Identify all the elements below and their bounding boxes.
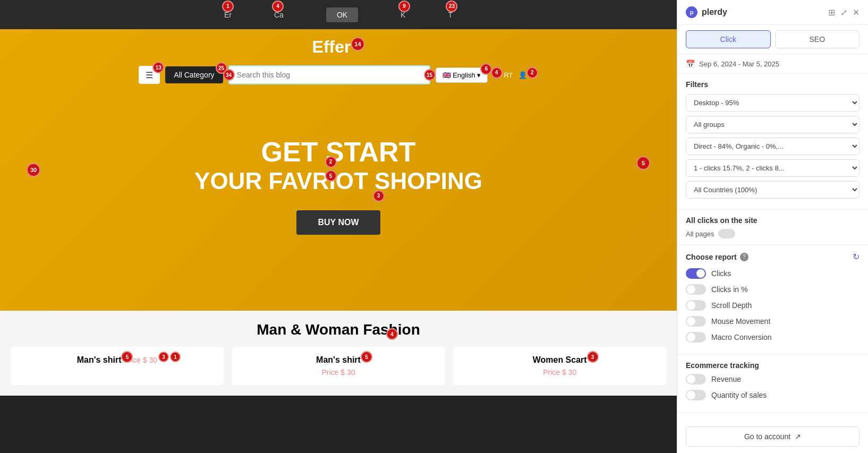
all-clicks-title: All clicks on the site xyxy=(686,216,860,225)
panel-logo: p plerdy xyxy=(686,6,727,18)
main-content: Er 1 Ca 4 OK K 9 T 23 Effer 14 xyxy=(0,0,677,453)
products-title-wrapper: Man & Woman Fashion 4 xyxy=(11,321,666,347)
filters-title: Filters xyxy=(686,80,860,89)
product-card-3[interactable]: Women Scart 3 Price $ 30 xyxy=(453,347,666,385)
ok-button[interactable]: OK xyxy=(326,7,358,22)
report-row-macro: Macro Conversion xyxy=(686,332,860,343)
tab-bar: Click SEO xyxy=(677,25,868,54)
toggle-knob-5 xyxy=(687,333,695,341)
date-range-row[interactable]: 📅 Sep 6, 2024 - Mar 5, 2025 xyxy=(677,54,868,74)
toggle-knob-4 xyxy=(687,317,695,326)
product-3-name: Women Scart xyxy=(533,355,587,365)
product-card-2[interactable]: Man's shirt 5 Price $ 30 xyxy=(232,347,445,385)
grid-icon[interactable]: ⊞ xyxy=(828,7,835,18)
products-section: Man & Woman Fashion 4 Man's shirt 5 Pric… xyxy=(0,311,677,396)
mouse-movement-toggle[interactable] xyxy=(686,316,706,327)
plerdy-logo-text: plerdy xyxy=(702,7,727,17)
hero-center-bubble-1: 2 xyxy=(325,156,337,168)
scroll-depth-label: Scroll Depth xyxy=(711,301,752,310)
close-button[interactable]: ✕ xyxy=(853,7,860,18)
hero-right-bubble: 5 xyxy=(636,156,650,170)
toggle-knob-3 xyxy=(687,301,695,310)
quantity-sales-toggle[interactable] xyxy=(686,390,706,400)
products-title: Man & Woman Fashion xyxy=(11,321,666,338)
product-1-name: Man's shirt xyxy=(77,355,122,365)
macro-conversion-toggle[interactable] xyxy=(686,332,706,343)
countries-filter[interactable]: All Countries (100%) xyxy=(686,181,860,199)
product-2-name-wrapper: Man's shirt 5 xyxy=(316,355,361,368)
toggle-knob-6 xyxy=(687,375,695,383)
go-to-account-button[interactable]: Go to account ↗ xyxy=(686,426,860,447)
filters-section: Filters Desktop - 95% All groups Direct … xyxy=(677,74,868,210)
nav-item-2[interactable]: Ca 4 xyxy=(274,10,284,20)
hero-logo-area: Effer 14 xyxy=(312,37,365,57)
report-row-mouse: Mouse Movement xyxy=(686,316,860,327)
ecommerce-title: Ecommerce tracking xyxy=(686,361,860,370)
traffic-filter[interactable]: Direct - 84%, Organic - 0%,... xyxy=(686,138,860,155)
nav-item-1[interactable]: Er 1 xyxy=(224,10,232,20)
nav-item-3[interactable]: K 9 xyxy=(401,10,405,20)
help-icon[interactable]: ? xyxy=(740,253,748,261)
product-card-1[interactable]: Man's shirt 5 Price $ 30 3 1 xyxy=(11,347,224,385)
panel-footer: Go to account ↗ xyxy=(677,420,868,453)
refresh-button[interactable]: ↻ xyxy=(853,252,860,262)
search-bubble-left: 34 xyxy=(223,69,235,81)
panel-close-icons: ⊞ ⤢ ✕ xyxy=(828,7,860,18)
hero-logo-bubble: 14 xyxy=(351,37,364,51)
user-bubble: 2 xyxy=(526,67,538,79)
hamburger-icon: ☰ xyxy=(146,70,153,80)
date-range-text: Sep 6, 2024 - Mar 5, 2025 xyxy=(699,60,779,68)
search-bar-row: ☰ 13 All Category 25 34 15 🇬🇧 English ▾ xyxy=(0,65,677,84)
buy-bubble: 3 xyxy=(373,190,385,202)
user-area[interactable]: 👤 RT 2 xyxy=(518,71,538,79)
buy-now-button[interactable]: BUY NOW xyxy=(296,210,380,235)
tab-seo[interactable]: SEO xyxy=(775,30,860,48)
all-pages-toggle[interactable] xyxy=(718,229,735,238)
choose-report-label: Choose report xyxy=(686,253,737,261)
revenue-toggle[interactable] xyxy=(686,374,706,384)
lang-selector-wrapper[interactable]: 🇬🇧 English ▾ 6 xyxy=(436,67,488,83)
category-button[interactable]: All Category xyxy=(165,66,223,83)
toggle-knob xyxy=(696,269,705,278)
expand-button[interactable]: ⤢ xyxy=(840,7,847,18)
buy-btn-wrapper[interactable]: BUY NOW 3 xyxy=(296,194,380,235)
category-btn-wrapper[interactable]: All Category 25 xyxy=(165,66,223,83)
products-title-bubble: 4 xyxy=(386,328,398,340)
clicks-toggle[interactable] xyxy=(686,268,706,279)
choose-report-header: Choose report ? ↻ xyxy=(686,252,860,262)
search-input[interactable] xyxy=(228,65,430,84)
hero-center-bubble-2: 5 xyxy=(325,170,337,182)
clicks-label: Clicks xyxy=(711,269,731,278)
nav-item-4[interactable]: T 23 xyxy=(448,10,453,20)
search-input-wrapper: 34 15 xyxy=(228,65,430,84)
hero-logo: Effer xyxy=(312,37,351,57)
cart-text: RT xyxy=(504,71,513,79)
product-3-bubble: 3 xyxy=(587,351,599,363)
clicks-filter[interactable]: 1 - clicks 15.7%, 2 - clicks 8... xyxy=(686,159,860,177)
cart-bubble: 4 xyxy=(491,67,503,79)
all-clicks-section: All clicks on the site All pages xyxy=(677,210,868,245)
product-2-bubble: 5 xyxy=(361,351,372,363)
clicks-percent-toggle[interactable] xyxy=(686,284,706,295)
lang-label: English xyxy=(453,71,475,79)
cart-area[interactable]: 🛒 RT 4 xyxy=(493,71,513,79)
ecommerce-revenue-row: Revenue xyxy=(686,374,860,384)
nav-icon-btn[interactable]: ☰ 13 xyxy=(139,66,160,84)
mouse-movement-label: Mouse Movement xyxy=(711,317,770,326)
calendar-icon: 📅 xyxy=(686,59,695,68)
choose-report-section: Choose report ? ↻ Clicks Clicks in % Scr… xyxy=(677,245,868,355)
toggle-knob-2 xyxy=(687,285,695,294)
scroll-depth-toggle[interactable] xyxy=(686,300,706,311)
nav-icon-bubble: 13 xyxy=(152,62,164,73)
nav-bubble-2: 4 xyxy=(272,1,284,12)
ecommerce-quantity-row: Quantity of sales xyxy=(686,390,860,400)
external-link-icon: ↗ xyxy=(795,432,801,441)
product-2-price: Price $ 30 xyxy=(241,368,437,377)
report-row-clicks: Clicks xyxy=(686,268,860,279)
tab-click[interactable]: Click xyxy=(686,30,771,48)
product-1-price-bubble-2: 1 xyxy=(170,352,181,362)
groups-filter[interactable]: All groups xyxy=(686,116,860,133)
products-grid: Man's shirt 5 Price $ 30 3 1 Man's shirt… xyxy=(11,347,666,385)
device-filter[interactable]: Desktop - 95% xyxy=(686,94,860,112)
revenue-label: Revenue xyxy=(711,375,741,383)
